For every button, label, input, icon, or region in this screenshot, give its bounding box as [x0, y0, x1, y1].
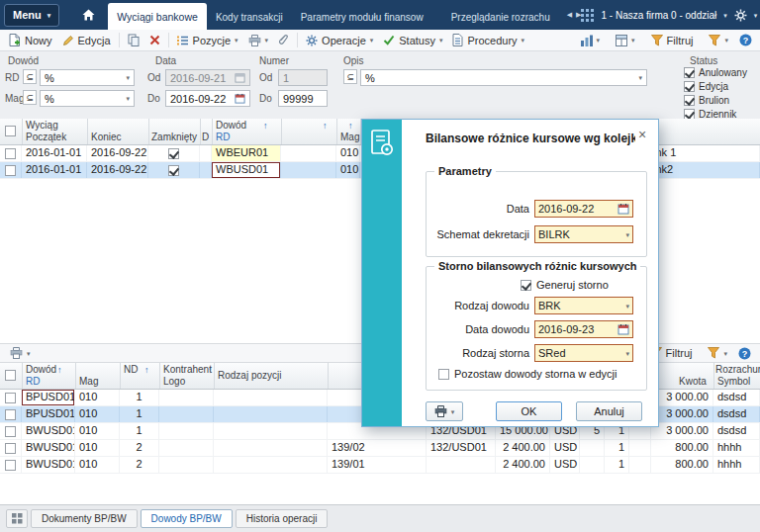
statuses-button[interactable]: Statusy ▾	[378, 32, 447, 49]
chevron-down-icon[interactable]: ▾	[625, 350, 629, 357]
tab-parametry-modulu[interactable]: Parametry modułu finansow	[292, 4, 432, 30]
subset-operator-icon[interactable]: ⊆	[343, 69, 357, 84]
grid-cell-nd[interactable]: 1	[120, 423, 159, 439]
grid-cell-symbol[interactable]: dsdsd	[713, 390, 760, 405]
grid-cell-mag[interactable]: 010	[336, 162, 360, 178]
grid-cell-mag[interactable]: 010	[75, 440, 120, 456]
grid-cell-cb[interactable]	[0, 440, 22, 456]
grid-cell-c9[interactable]: USD	[550, 457, 580, 473]
grid-cell-mag[interactable]: 010	[75, 457, 120, 473]
row-checkbox[interactable]	[5, 393, 16, 403]
grid-cell-symbol[interactable]: dsdsd	[713, 423, 760, 439]
chevron-down-icon[interactable]: ▾	[625, 303, 629, 310]
home-icon[interactable]	[81, 8, 96, 22]
row-checkbox[interactable]	[5, 426, 16, 437]
grid-cell-nd[interactable]: 1	[120, 406, 159, 422]
col-kwota[interactable]: Kwota	[679, 376, 707, 388]
layout-button[interactable]: ▾	[611, 32, 640, 49]
scroll-left-icon[interactable]: ◀	[567, 11, 572, 19]
calendar-icon[interactable]	[618, 203, 629, 215]
sort-asc-icon[interactable]: ↑	[144, 365, 149, 375]
help-icon[interactable]: ?	[739, 34, 752, 46]
grid-cell-rd[interactable]: BWUSD01	[22, 440, 75, 456]
grid-cell-cb[interactable]	[0, 457, 22, 473]
grid-cell-x1[interactable]	[281, 162, 336, 178]
chevron-down-icon[interactable]: ▾	[754, 12, 758, 19]
grid-row[interactable]: BWUSD010102139/012 400.00USD1800.00hhhh	[0, 457, 760, 474]
num-from-field[interactable]: 1	[278, 69, 328, 86]
grid-cell-x1[interactable]	[281, 145, 336, 161]
col-symbol[interactable]: Symbol	[717, 376, 750, 388]
grid-cell-cb[interactable]	[0, 390, 22, 405]
grid-cell-mag[interactable]: 010	[75, 390, 120, 405]
generuj-storno-checkbox[interactable]: Generuj storno	[521, 279, 609, 291]
grid-cell-mag[interactable]: 010	[75, 423, 120, 439]
rodzaj-dowodu-select[interactable]: BRK ▾	[534, 297, 633, 314]
operations-button[interactable]: Operacje ▾	[301, 32, 378, 49]
row-checkbox[interactable]	[5, 460, 16, 471]
grid-cell-cb[interactable]	[0, 406, 22, 422]
ok-button[interactable]: OK	[496, 401, 562, 421]
detail-filter-options-button[interactable]: ▾	[703, 344, 732, 362]
grid-cell-logo[interactable]	[159, 390, 214, 405]
grid-cell-kwota[interactable]: 3 000.00	[651, 406, 713, 422]
grid-cell-kwota[interactable]: 800.00	[651, 440, 713, 456]
row-checkbox[interactable]	[168, 165, 179, 176]
gear-icon[interactable]	[734, 9, 747, 22]
col-d[interactable]: D	[202, 132, 209, 143]
print-button[interactable]: ▾	[243, 32, 274, 49]
grid-cell-rodzaj[interactable]	[214, 390, 328, 405]
col-group-wyciag[interactable]: Wyciąg	[26, 120, 58, 132]
grid-cell-c6[interactable]: 139/01	[328, 457, 427, 473]
tab-przegladanie-rozrachunkow[interactable]: Przeglądanie rozrachu	[442, 4, 559, 30]
grid-cell-x[interactable]	[629, 440, 651, 456]
row-checkbox[interactable]	[5, 148, 16, 159]
grid-cell-koniec[interactable]: 2016-09-22	[87, 162, 148, 178]
help-icon[interactable]: ?	[738, 347, 751, 360]
grid-cell-d[interactable]	[200, 145, 212, 161]
grid-cell-rd[interactable]: BPUSD01	[22, 390, 75, 405]
grid-cell-poczatek[interactable]: 2016-01-01	[22, 145, 87, 161]
col-group-dowod[interactable]: Dowód	[26, 364, 56, 376]
edit-button[interactable]: Edycja	[57, 32, 116, 49]
grid-cell-rodzaj[interactable]	[214, 406, 328, 422]
checkbox[interactable]	[684, 81, 695, 92]
copy-button[interactable]	[123, 32, 144, 49]
col-group-dowod[interactable]: Dowód	[216, 120, 246, 132]
grid-cell-c6[interactable]: 139/02	[328, 440, 427, 456]
grid-cell-c8[interactable]: 2 400.00	[496, 440, 550, 456]
row-checkbox[interactable]	[5, 443, 16, 454]
num-to-field[interactable]: 99999	[278, 90, 328, 107]
checkbox[interactable]	[438, 369, 449, 380]
pozostaw-checkbox[interactable]: Pozostaw dowody storna w edycji	[438, 368, 617, 380]
grid-cell-rd[interactable]: BWUSD01	[22, 457, 75, 473]
tab-dokumenty-bpbw[interactable]: Dokumenty BP/BW	[31, 509, 138, 528]
grid-cell-d[interactable]	[200, 162, 212, 178]
col-koniec[interactable]: Koniec	[91, 132, 122, 143]
grid-cell-symbol[interactable]: hhhh	[713, 440, 760, 456]
col-group-rozrachunek[interactable]: Rozrachunek	[715, 364, 760, 376]
menu-button[interactable]: Menu ▾	[4, 4, 59, 27]
grid-cell-c10[interactable]	[580, 457, 605, 473]
tab-wyciagi-bankowe[interactable]: Wyciągi bankowe	[108, 3, 207, 30]
row-checkbox[interactable]	[5, 409, 16, 420]
detail-print-button[interactable]: ▾	[5, 344, 36, 362]
row-checkbox[interactable]	[168, 148, 179, 159]
tab-dowody-bpbw[interactable]: Dowody BP/BW	[141, 509, 233, 528]
grid-cell-rd[interactable]: WBUSD01	[212, 162, 281, 178]
subset-operator-icon[interactable]: ⊆	[23, 69, 37, 84]
grid-cell-cb[interactable]	[0, 145, 22, 161]
new-button[interactable]: Nowy	[4, 32, 57, 49]
sort-asc-icon[interactable]: ↑	[208, 365, 213, 375]
col-rd-sorted[interactable]: RD	[26, 376, 40, 388]
grid-cell-c7[interactable]: 132/USD01	[427, 440, 496, 456]
chevron-down-icon[interactable]: ▾	[625, 231, 629, 238]
checkbox[interactable]	[684, 95, 695, 106]
grid-cell-kwota[interactable]: 800.00	[651, 457, 713, 473]
rd-filter-select[interactable]: %▾	[40, 69, 135, 86]
grid-cell-nd[interactable]: 2	[120, 440, 159, 456]
checkbox[interactable]	[684, 67, 695, 78]
cancel-button[interactable]: Anuluj	[576, 401, 642, 421]
grid-cell-kwota[interactable]: 3 000.00	[651, 390, 713, 405]
col-mag[interactable]: Mag	[340, 132, 359, 143]
